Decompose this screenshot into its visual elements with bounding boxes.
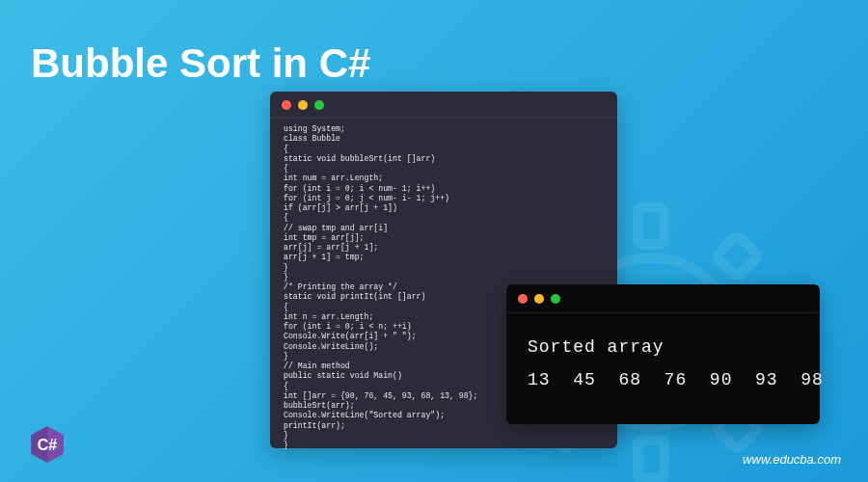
window-close-icon: [282, 100, 291, 110]
window-maximize-icon: [551, 294, 560, 304]
csharp-logo-icon: C#: [27, 424, 68, 465]
code-window-header: [270, 92, 617, 119]
window-close-icon: [518, 294, 528, 304]
window-maximize-icon: [314, 100, 324, 110]
output-line-1: Sorted array: [528, 337, 665, 357]
svg-rect-7: [716, 234, 759, 278]
window-minimize-icon: [298, 100, 308, 110]
output-line-2: 13 45 68 76 90 93 98: [528, 370, 824, 389]
terminal-output-window: Sorted array 13 45 68 76 90 93 98: [506, 284, 820, 424]
page-title: Bubble Sort in C#: [31, 40, 370, 87]
logo-text: C#: [38, 437, 58, 453]
svg-rect-3: [637, 441, 665, 478]
footer-website-url: www.educba.com: [743, 452, 841, 467]
svg-rect-2: [637, 207, 665, 245]
output-content: Sorted array 13 45 68 76 90 93 98: [506, 313, 820, 414]
output-window-header: [506, 284, 820, 313]
window-minimize-icon: [534, 294, 544, 304]
